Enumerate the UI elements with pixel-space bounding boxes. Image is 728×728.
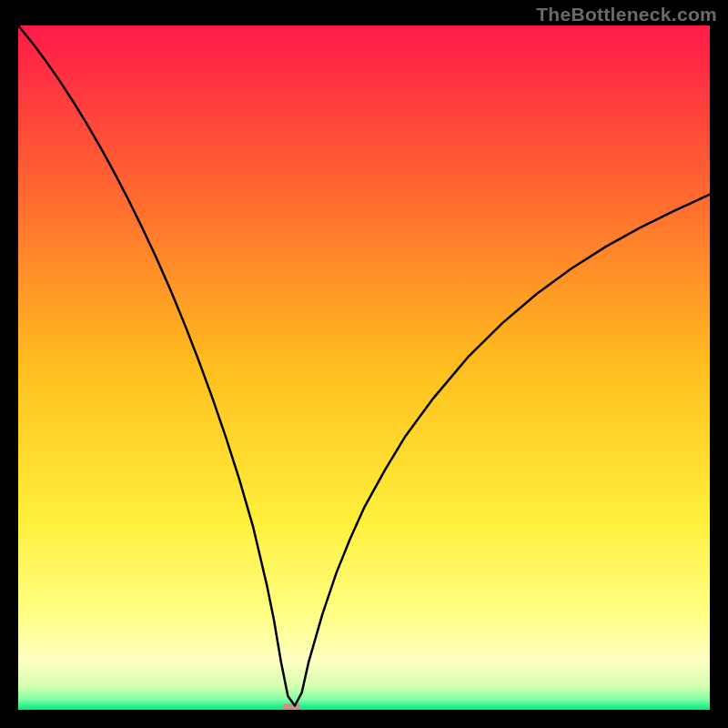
chart-background [18,25,710,710]
target-pill [282,703,300,710]
markers-group [282,703,300,710]
watermark-text: TheBottleneck.com [536,4,717,25]
chart-svg [18,25,710,710]
chart-container: TheBottleneck.com [0,0,728,728]
plot-area [18,25,710,710]
